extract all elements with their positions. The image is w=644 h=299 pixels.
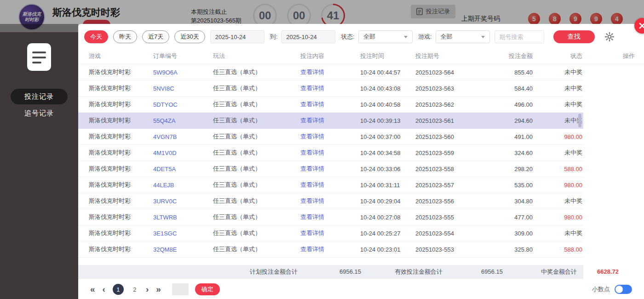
table-row[interactable]: 斯洛伐克时时彩 5W9O6A 任三直选（单式） 查看详情 10-24 00:44… [78,64,583,80]
cell-order[interactable]: 4VGN7B [153,133,213,140]
table-body: 斯洛伐克时时彩 5W9O6A 任三直选（单式） 查看详情 10-24 00:44… [78,64,644,258]
cell-status: 980.00 [533,133,582,140]
cell-detail-link[interactable]: 查看详情 [300,116,360,125]
last-page-icon[interactable]: » [156,284,161,295]
cell-detail-link[interactable]: 查看详情 [300,68,360,76]
game-select[interactable]: 全部 [436,30,490,43]
cell-status: 未中奖 [533,229,582,237]
search-button[interactable]: 查找 [553,30,595,43]
first-page-icon[interactable]: « [90,284,95,295]
prev-page-icon[interactable]: ‹ [103,284,105,295]
cell-amount: 325.80 [482,246,533,253]
table-row[interactable]: 斯洛伐克时时彩 4M1V0D 任三直选（单式） 查看详情 10-24 00:34… [78,145,583,161]
cell-order[interactable]: 55Q4ZA [153,117,213,124]
cell-time: 10-24 00:43:08 [360,85,415,92]
date-to-input[interactable] [281,30,335,43]
cell-amount: 584.40 [482,85,533,92]
table-row[interactable]: 斯洛伐克时时彩 3URV0C 任三直选（单式） 查看详情 10-24 00:29… [78,193,583,209]
sidebar-item-bet-records[interactable]: 投注记录 [11,89,68,104]
settings-gear-icon[interactable] [605,32,614,41]
table-row[interactable]: 斯洛伐克时时彩 55Q4ZA 任三直选（单式） 查看详情 10-24 00:39… [78,113,583,129]
next-page-icon[interactable]: › [146,284,149,295]
range-today-button[interactable]: 今天 [84,30,108,43]
cell-order[interactable]: 44LEJB [153,182,213,189]
cell-period: 20251023-560 [415,133,482,140]
table-row[interactable]: 斯洛伐克时时彩 4VGN7B 任三直选（单式） 查看详情 10-24 00:37… [78,129,583,145]
cell-detail-link[interactable]: 查看详情 [300,229,360,237]
col-content: 投注内容 [300,52,360,60]
date-from-input[interactable] [210,30,264,43]
cell-period: 20251023-558 [415,166,482,172]
cell-detail-link[interactable]: 查看详情 [300,149,360,157]
cell-detail-link[interactable]: 查看详情 [300,181,360,189]
table-row[interactable]: 斯洛伐克时时彩 3E1SGC 任三直选（单式） 查看详情 10-24 00:25… [78,225,583,242]
cell-game: 斯洛伐克时时彩 [89,213,153,221]
cell-period: 20251023-561 [415,117,482,124]
cell-game: 斯洛伐克时时彩 [89,245,153,253]
cell-play: 任三直选（单式） [213,68,300,76]
table-row[interactable]: 斯洛伐克时时彩 3LTWRB 任三直选（单式） 查看详情 10-24 00:27… [78,209,583,225]
cell-order[interactable]: 3URV0C [153,198,213,205]
cell-detail-link[interactable]: 查看详情 [300,100,360,109]
chevron-down-icon [404,36,408,38]
table-row[interactable]: 斯洛伐克时时彩 5DTYOC 任三直选（单式） 查看详情 10-24 00:40… [78,97,583,113]
page-jump-input[interactable] [172,283,189,295]
cell-detail-link[interactable]: 查看详情 [300,165,360,173]
cell-amount: 496.00 [482,101,533,108]
cell-game: 斯洛伐克时时彩 [89,149,153,157]
col-period: 投注期号 [415,52,482,60]
toggle-knob [615,286,623,293]
range-yesterday-button[interactable]: 昨天 [113,30,137,43]
cell-play: 任三直选（单式） [213,197,300,205]
cell-time: 10-24 00:31:11 [360,182,415,189]
cell-status: 980.00 [533,182,582,189]
table-row[interactable]: 斯洛伐克时时彩 5NVI8C 任三直选（单式） 查看详情 10-24 00:43… [78,80,583,97]
cell-game: 斯洛伐克时时彩 [89,68,153,76]
cell-time: 10-24 00:34:58 [360,150,415,156]
cell-detail-link[interactable]: 查看详情 [300,84,360,92]
cell-amount: 477.00 [482,214,533,221]
cell-period: 20251023-556 [415,198,482,205]
cell-detail-link[interactable]: 查看详情 [300,245,360,253]
cell-status: 未中奖 [533,100,582,109]
win-total-label: 中奖金额合计 [541,265,577,279]
cell-order[interactable]: 32QM8E [153,246,213,253]
cell-period: 20251023-555 [415,214,482,221]
status-label: 状态: [341,33,355,41]
cell-play: 任三直选（单式） [213,132,300,141]
cell-detail-link[interactable]: 查看详情 [300,132,360,141]
col-game: 游戏 [89,52,153,60]
cell-order[interactable]: 4M1V0D [153,150,213,156]
page-button-2[interactable]: 2 [129,284,140,295]
cell-amount: 491.00 [482,133,533,140]
table-row[interactable]: 斯洛伐克时时彩 44LEJB 任三直选（单式） 查看详情 10-24 00:31… [78,177,583,193]
cell-time: 10-24 00:27:08 [360,214,415,221]
scrollbar-thumb[interactable] [578,114,581,127]
cell-period: 20251023-562 [415,101,482,108]
table-row[interactable]: 斯洛伐克时时彩 32QM8E 任三直选（单式） 查看详情 10-24 00:23… [78,242,583,258]
cell-status: 588.00 [533,246,582,253]
table-row[interactable]: 斯洛伐克时时彩 4DET5A 任三直选（单式） 查看详情 10-24 00:33… [78,161,583,177]
cell-game: 斯洛伐克时时彩 [89,181,153,189]
cell-order[interactable]: 3E1SGC [153,230,213,237]
cell-time: 10-24 00:33:06 [360,166,415,172]
cell-detail-link[interactable]: 查看详情 [300,197,360,205]
records-side-nav: 投注记录 追号记录 [0,24,78,299]
range-30days-button[interactable]: 近30天 [174,30,205,43]
confirm-button[interactable]: 确定 [195,283,220,295]
range-7days-button[interactable]: 近7天 [142,30,169,43]
col-order: 订单编号 [153,52,213,60]
cell-order[interactable]: 5W9O6A [153,69,213,76]
status-select[interactable]: 全部 [358,30,413,43]
cell-order[interactable]: 3LTWRB [153,214,213,221]
cell-order[interactable]: 5NVI8C [153,85,213,92]
sidebar-item-chase-records[interactable]: 追号记录 [11,105,68,121]
cell-order[interactable]: 5DTYOC [153,101,213,108]
decimal-toggle-switch[interactable] [615,285,632,294]
cell-status: 未中奖 [533,84,582,92]
cell-play: 任三直选（单式） [213,116,300,125]
period-search-input[interactable] [494,30,544,43]
cell-detail-link[interactable]: 查看详情 [300,213,360,221]
page-button-1[interactable]: 1 [113,284,124,295]
cell-order[interactable]: 4DET5A [153,166,213,172]
